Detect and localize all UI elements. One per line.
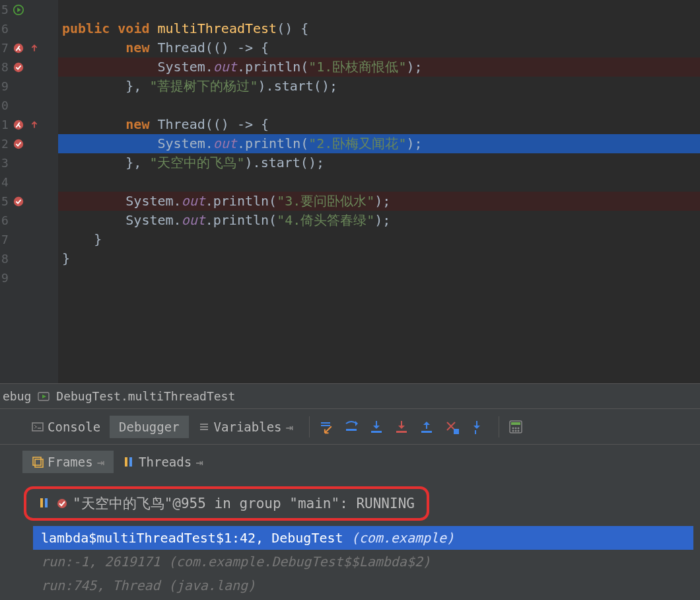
up-arrow-icon <box>28 42 40 54</box>
svg-point-22 <box>512 427 514 429</box>
variables-icon <box>198 421 210 433</box>
pin-icon: ⇥ <box>97 455 104 469</box>
svg-rect-28 <box>33 457 41 465</box>
svg-point-2 <box>14 62 23 71</box>
step-over-button[interactable] <box>341 417 361 437</box>
code-line: System.out.println("2.卧梅又闻花"); <box>58 134 700 153</box>
svg-rect-18 <box>454 429 459 434</box>
gutter: 5 6 7 8 9 0 1 2 3 4 5 6 7 8 9 <box>0 0 58 383</box>
breakpoint-icon[interactable] <box>13 196 24 207</box>
svg-rect-17 <box>421 431 432 433</box>
code-line: System.out.println("4.倚头答春绿"); <box>58 211 700 230</box>
svg-point-26 <box>515 430 517 431</box>
line-num: 6 <box>1 213 9 227</box>
svg-point-23 <box>515 427 517 429</box>
svg-point-25 <box>512 430 514 431</box>
thread-icon <box>38 497 52 510</box>
code-line: new Thread(() -> { <box>58 115 700 134</box>
svg-point-4 <box>14 139 23 148</box>
line-num: 7 <box>1 41 9 55</box>
debug-label: ebug <box>3 389 31 403</box>
code-area[interactable]: public void multiThreadTest() { new Thre… <box>58 0 700 383</box>
line-num: 1 <box>1 118 9 131</box>
code-line: }, "菩提树下的杨过").start(); <box>58 77 700 96</box>
svg-point-27 <box>518 430 520 431</box>
svg-point-34 <box>57 499 67 508</box>
line-num: 5 <box>1 3 9 17</box>
debug-target: DebugTest.multiThreadTest <box>56 389 235 403</box>
code-line: public void multiThreadTest() { <box>58 19 700 38</box>
svg-rect-29 <box>35 459 43 467</box>
svg-point-5 <box>14 196 23 206</box>
svg-rect-31 <box>129 457 132 467</box>
code-line: }, "天空中的飞鸟").start(); <box>58 153 700 172</box>
code-line: System.out.println("1.卧枝商恨低"); <box>58 57 700 77</box>
code-line: } <box>58 230 700 249</box>
breakpoint-icon[interactable] <box>13 61 24 73</box>
stack-frame[interactable]: run:745, Thread (java.lang) <box>33 574 693 597</box>
stack-frame[interactable]: lambda$multiThreadTest$1:42, DebugTest (… <box>33 526 693 550</box>
code-line: } <box>58 249 700 268</box>
evaluate-expression-button[interactable] <box>506 417 526 437</box>
show-execution-point-button[interactable] <box>316 417 336 437</box>
svg-rect-19 <box>475 430 476 434</box>
svg-rect-30 <box>125 457 127 467</box>
svg-rect-16 <box>396 431 407 433</box>
debug-config-icon[interactable] <box>36 389 51 404</box>
svg-rect-32 <box>40 498 43 507</box>
threads-icon <box>123 456 135 468</box>
line-num: 8 <box>1 252 9 266</box>
tab-debugger[interactable]: Debugger <box>110 416 189 438</box>
pin-icon: ⇥ <box>286 420 293 434</box>
code-editor[interactable]: 5 6 7 8 9 0 1 2 3 4 5 6 7 8 9 public voi… <box>0 0 700 383</box>
run-to-cursor-button[interactable] <box>467 417 487 437</box>
tab-frames[interactable]: Frames ⇥ <box>22 451 114 473</box>
line-num: 3 <box>1 156 9 170</box>
svg-rect-21 <box>511 422 520 425</box>
lambda-gutter-icon[interactable] <box>13 42 24 54</box>
line-num: 9 <box>1 271 9 285</box>
frames-list: lambda$multiThreadTest$1:42, DebugTest (… <box>0 526 700 597</box>
code-line: System.out.println("3.要问卧似水"); <box>58 192 700 211</box>
up-arrow-icon <box>28 119 40 131</box>
line-num: 2 <box>1 137 9 151</box>
svg-rect-13 <box>32 423 43 431</box>
stack-frame[interactable]: run:-1, 2619171 (com.example.DebugTest$$… <box>33 550 693 574</box>
step-out-button[interactable] <box>417 417 437 437</box>
current-thread-label: "天空中的飞鸟"@955 in group "main": RUNNING <box>73 494 415 513</box>
svg-point-24 <box>518 427 520 429</box>
lambda-gutter-icon[interactable] <box>13 119 24 131</box>
threads-tabs: Frames ⇥ Threads ⇥ <box>0 444 700 478</box>
step-into-button[interactable] <box>367 417 386 437</box>
line-num: 4 <box>1 175 9 189</box>
svg-rect-33 <box>45 498 48 507</box>
debug-titlebar: ebug DebugTest.multiThreadTest <box>0 383 700 408</box>
frames-icon <box>32 456 44 468</box>
line-num: 9 <box>1 79 9 93</box>
line-num: 5 <box>1 194 9 208</box>
line-num: 7 <box>1 233 9 246</box>
breakpoint-icon[interactable] <box>13 138 24 150</box>
tab-variables[interactable]: Variables ⇥ <box>189 416 302 438</box>
line-num: 0 <box>1 98 9 112</box>
drop-frame-button[interactable] <box>442 417 462 437</box>
run-icon[interactable] <box>13 4 24 16</box>
svg-rect-15 <box>371 431 382 433</box>
breakpoint-check-icon <box>57 498 67 509</box>
svg-rect-14 <box>346 429 357 431</box>
tab-threads[interactable]: Threads ⇥ <box>114 451 213 473</box>
console-icon <box>32 421 44 433</box>
code-line: new Thread(() -> { <box>58 38 700 57</box>
current-thread-selector[interactable]: "天空中的飞鸟"@955 in group "main": RUNNING <box>24 486 429 521</box>
debug-toolbar: Console Debugger Variables ⇥ <box>0 408 700 444</box>
line-num: 6 <box>1 22 9 36</box>
pin-icon: ⇥ <box>195 455 203 469</box>
force-step-into-button[interactable] <box>392 417 411 437</box>
tab-console[interactable]: Console <box>22 416 110 438</box>
line-num: 8 <box>1 60 9 74</box>
